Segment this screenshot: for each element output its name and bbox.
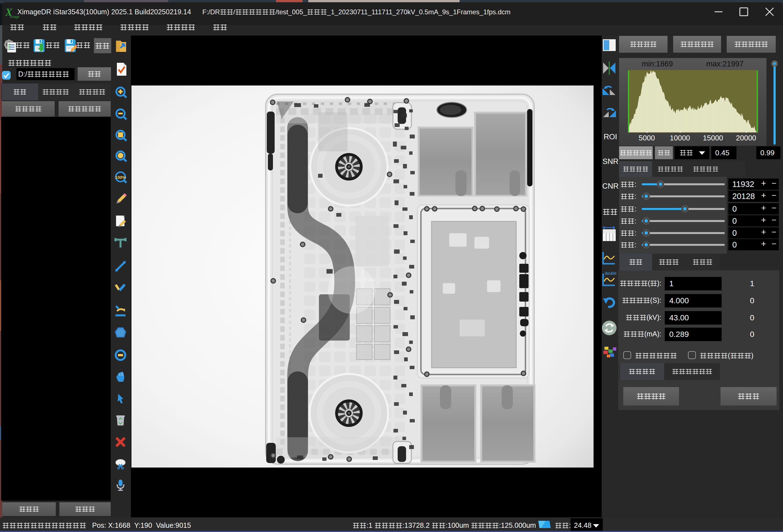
- svg-text:double: double: [605, 271, 617, 276]
- svg-text:100%: 100%: [115, 175, 126, 180]
